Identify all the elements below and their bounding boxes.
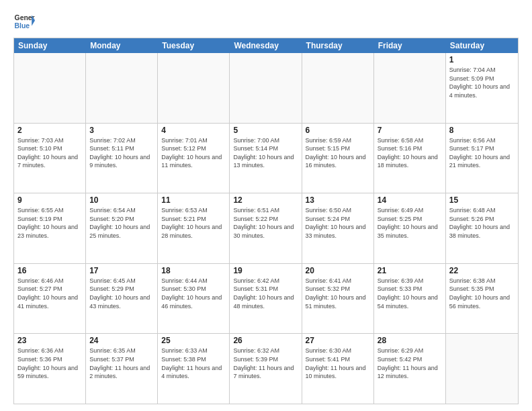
day-number: 6 [306, 126, 370, 135]
day-number: 5 [233, 126, 298, 135]
day-info: Sunrise: 6:48 AM Sunset: 5:26 PM Dayligh… [449, 206, 515, 240]
calendar-cell: 17Sunrise: 6:45 AM Sunset: 5:29 PM Dayli… [86, 264, 158, 334]
day-info: Sunrise: 7:03 AM Sunset: 5:10 PM Dayligh… [17, 136, 82, 170]
calendar-cell: 15Sunrise: 6:48 AM Sunset: 5:26 PM Dayli… [446, 193, 518, 263]
day-info: Sunrise: 6:39 AM Sunset: 5:33 PM Dayligh… [378, 277, 442, 310]
day-info: Sunrise: 6:44 AM Sunset: 5:30 PM Dayligh… [161, 277, 226, 310]
day-info: Sunrise: 6:29 AM Sunset: 5:42 PM Dayligh… [378, 347, 442, 380]
calendar-cell: 12Sunrise: 6:51 AM Sunset: 5:22 PM Dayli… [230, 193, 302, 263]
day-number: 25 [161, 336, 226, 345]
day-number: 22 [449, 266, 515, 275]
day-number: 10 [89, 195, 154, 205]
day-info: Sunrise: 7:00 AM Sunset: 5:14 PM Dayligh… [233, 136, 298, 170]
calendar-cell: 25Sunrise: 6:33 AM Sunset: 5:38 PM Dayli… [158, 334, 230, 404]
day-number: 21 [378, 266, 442, 275]
calendar-cell: 14Sunrise: 6:49 AM Sunset: 5:25 PM Dayli… [374, 193, 446, 263]
calendar-cell: 5Sunrise: 7:00 AM Sunset: 5:14 PM Daylig… [230, 124, 302, 193]
calendar-cell: 9Sunrise: 6:55 AM Sunset: 5:19 PM Daylig… [14, 193, 86, 263]
calendar-cell: 27Sunrise: 6:30 AM Sunset: 5:41 PM Dayli… [302, 334, 374, 404]
day-info: Sunrise: 7:01 AM Sunset: 5:12 PM Dayligh… [161, 136, 226, 170]
day-info: Sunrise: 6:46 AM Sunset: 5:27 PM Dayligh… [17, 277, 82, 310]
day-number: 14 [378, 195, 442, 205]
day-number: 13 [306, 195, 370, 205]
header-day-monday: Monday [86, 38, 158, 53]
day-number: 8 [449, 126, 515, 135]
day-info: Sunrise: 6:32 AM Sunset: 5:39 PM Dayligh… [233, 347, 298, 380]
day-number: 12 [233, 195, 298, 205]
calendar-header: SundayMondayTuesdayWednesdayThursdayFrid… [14, 38, 518, 53]
header-day-friday: Friday [374, 38, 446, 53]
logo: General Blue [13, 11, 35, 32]
calendar-row-3: 9Sunrise: 6:55 AM Sunset: 5:19 PM Daylig… [14, 193, 518, 264]
day-number: 19 [233, 266, 298, 275]
calendar-cell: 6Sunrise: 6:59 AM Sunset: 5:15 PM Daylig… [302, 124, 374, 193]
calendar-cell: 11Sunrise: 6:53 AM Sunset: 5:21 PM Dayli… [158, 193, 230, 263]
day-number: 23 [17, 336, 82, 345]
day-info: Sunrise: 6:45 AM Sunset: 5:29 PM Dayligh… [89, 277, 154, 310]
day-info: Sunrise: 6:42 AM Sunset: 5:31 PM Dayligh… [233, 277, 298, 310]
calendar-cell: 28Sunrise: 6:29 AM Sunset: 5:42 PM Dayli… [374, 334, 446, 404]
calendar-cell [230, 53, 302, 123]
header-day-tuesday: Tuesday [158, 38, 230, 53]
day-info: Sunrise: 6:54 AM Sunset: 5:20 PM Dayligh… [89, 206, 154, 240]
header: General Blue [13, 11, 519, 32]
calendar-row-4: 16Sunrise: 6:46 AM Sunset: 5:27 PM Dayli… [14, 264, 518, 334]
calendar-cell [14, 53, 86, 123]
day-number: 27 [306, 336, 370, 345]
day-info: Sunrise: 6:53 AM Sunset: 5:21 PM Dayligh… [161, 206, 226, 240]
day-info: Sunrise: 6:49 AM Sunset: 5:25 PM Dayligh… [378, 206, 442, 240]
day-info: Sunrise: 6:58 AM Sunset: 5:16 PM Dayligh… [378, 136, 442, 170]
header-day-wednesday: Wednesday [230, 38, 302, 53]
calendar-cell: 13Sunrise: 6:50 AM Sunset: 5:24 PM Dayli… [302, 193, 374, 263]
day-number: 20 [306, 266, 370, 275]
calendar-cell: 22Sunrise: 6:38 AM Sunset: 5:35 PM Dayli… [446, 264, 518, 334]
page: General Blue SundayMondayTuesdayWednesda… [0, 0, 532, 411]
calendar-cell: 7Sunrise: 6:58 AM Sunset: 5:16 PM Daylig… [374, 124, 446, 193]
day-number: 17 [89, 266, 154, 275]
calendar-cell: 10Sunrise: 6:54 AM Sunset: 5:20 PM Dayli… [86, 193, 158, 263]
calendar-cell [158, 53, 230, 123]
calendar-cell: 21Sunrise: 6:39 AM Sunset: 5:33 PM Dayli… [374, 264, 446, 334]
day-number: 16 [17, 266, 82, 275]
day-number: 7 [378, 126, 442, 135]
calendar-cell: 19Sunrise: 6:42 AM Sunset: 5:31 PM Dayli… [230, 264, 302, 334]
day-info: Sunrise: 6:55 AM Sunset: 5:19 PM Dayligh… [17, 206, 82, 240]
calendar: SundayMondayTuesdayWednesdayThursdayFrid… [13, 38, 519, 404]
day-info: Sunrise: 6:36 AM Sunset: 5:36 PM Dayligh… [17, 347, 82, 380]
day-number: 9 [17, 195, 82, 205]
day-info: Sunrise: 6:30 AM Sunset: 5:41 PM Dayligh… [306, 347, 370, 380]
day-info: Sunrise: 7:02 AM Sunset: 5:11 PM Dayligh… [89, 136, 154, 170]
day-number: 11 [161, 195, 226, 205]
calendar-cell [374, 53, 446, 123]
day-info: Sunrise: 6:41 AM Sunset: 5:32 PM Dayligh… [306, 277, 370, 310]
calendar-cell: 3Sunrise: 7:02 AM Sunset: 5:11 PM Daylig… [86, 124, 158, 193]
day-info: Sunrise: 7:04 AM Sunset: 5:09 PM Dayligh… [449, 66, 515, 99]
calendar-cell: 4Sunrise: 7:01 AM Sunset: 5:12 PM Daylig… [158, 124, 230, 193]
day-info: Sunrise: 6:35 AM Sunset: 5:37 PM Dayligh… [89, 347, 154, 380]
calendar-row-1: 1Sunrise: 7:04 AM Sunset: 5:09 PM Daylig… [14, 53, 518, 124]
header-day-sunday: Sunday [14, 38, 86, 53]
day-info: Sunrise: 6:51 AM Sunset: 5:22 PM Dayligh… [233, 206, 298, 240]
calendar-row-5: 23Sunrise: 6:36 AM Sunset: 5:36 PM Dayli… [14, 334, 518, 404]
calendar-cell: 23Sunrise: 6:36 AM Sunset: 5:36 PM Dayli… [14, 334, 86, 404]
day-info: Sunrise: 6:56 AM Sunset: 5:17 PM Dayligh… [449, 136, 515, 170]
calendar-body: 1Sunrise: 7:04 AM Sunset: 5:09 PM Daylig… [14, 53, 518, 404]
calendar-cell: 16Sunrise: 6:46 AM Sunset: 5:27 PM Dayli… [14, 264, 86, 334]
day-info: Sunrise: 6:50 AM Sunset: 5:24 PM Dayligh… [306, 206, 370, 240]
calendar-cell: 26Sunrise: 6:32 AM Sunset: 5:39 PM Dayli… [230, 334, 302, 404]
header-day-saturday: Saturday [446, 38, 518, 53]
calendar-cell: 8Sunrise: 6:56 AM Sunset: 5:17 PM Daylig… [446, 124, 518, 193]
day-info: Sunrise: 6:33 AM Sunset: 5:38 PM Dayligh… [161, 347, 226, 380]
calendar-cell: 2Sunrise: 7:03 AM Sunset: 5:10 PM Daylig… [14, 124, 86, 193]
calendar-cell: 24Sunrise: 6:35 AM Sunset: 5:37 PM Dayli… [86, 334, 158, 404]
calendar-cell: 1Sunrise: 7:04 AM Sunset: 5:09 PM Daylig… [446, 53, 518, 123]
calendar-cell: 18Sunrise: 6:44 AM Sunset: 5:30 PM Dayli… [158, 264, 230, 334]
calendar-row-2: 2Sunrise: 7:03 AM Sunset: 5:10 PM Daylig… [14, 124, 518, 194]
day-number: 4 [161, 126, 226, 135]
logo-icon: General Blue [13, 11, 35, 32]
day-number: 18 [161, 266, 226, 275]
day-number: 2 [17, 126, 82, 135]
day-info: Sunrise: 6:38 AM Sunset: 5:35 PM Dayligh… [449, 277, 515, 310]
calendar-cell [86, 53, 158, 123]
day-number: 3 [89, 126, 154, 135]
